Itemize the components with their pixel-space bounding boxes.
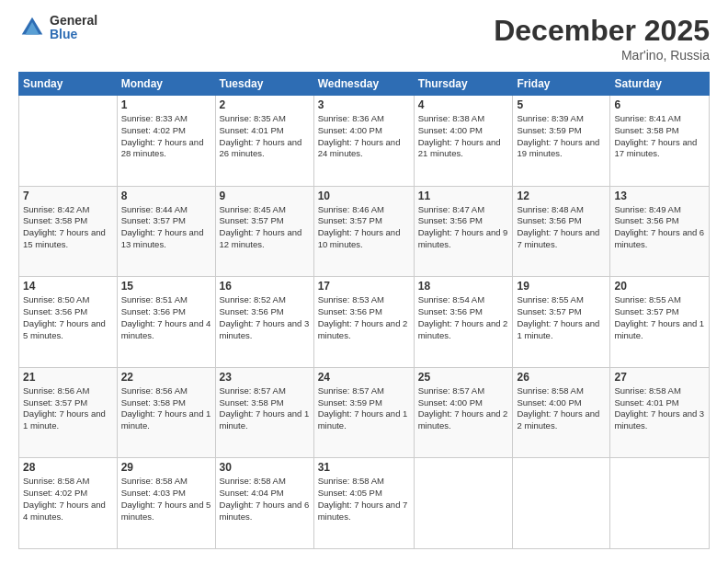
day-info: Sunrise: 8:56 AMSunset: 3:57 PMDaylight:… [23,385,106,431]
day-number: 19 [517,280,606,293]
day-number: 6 [614,98,705,111]
day-info: Sunrise: 8:51 AMSunset: 3:56 PMDaylight:… [121,294,211,339]
day-number: 12 [517,190,606,202]
day-info: Sunrise: 8:45 AMSunset: 3:57 PMDaylight:… [220,204,302,249]
day-number: 21 [23,371,113,384]
day-info: Sunrise: 8:58 AMSunset: 4:00 PMDaylight:… [517,385,599,431]
day-number: 15 [121,280,211,293]
day-info: Sunrise: 8:41 AMSunset: 3:58 PMDaylight:… [614,113,697,158]
calendar-day-cell [414,458,513,549]
calendar-day-cell: 30 Sunrise: 8:58 AMSunset: 4:04 PMDaylig… [215,458,313,549]
calendar-day-cell: 18 Sunrise: 8:54 AMSunset: 3:56 PMDaylig… [414,277,513,368]
location: Mar'ino, Russia [494,48,710,63]
day-info: Sunrise: 8:39 AMSunset: 3:59 PMDaylight:… [517,113,599,158]
calendar-day-cell: 23 Sunrise: 8:57 AMSunset: 3:58 PMDaylig… [215,367,313,458]
calendar-day-cell: 3 Sunrise: 8:36 AMSunset: 4:00 PMDayligh… [313,96,414,187]
month-title: December 2025 [494,14,710,48]
calendar-day-cell: 2 Sunrise: 8:35 AMSunset: 4:01 PMDayligh… [215,96,313,187]
day-number: 31 [318,461,410,474]
calendar-day-cell [513,458,610,549]
day-info: Sunrise: 8:57 AMSunset: 4:00 PMDaylight:… [418,385,508,431]
calendar-day-cell: 16 Sunrise: 8:52 AMSunset: 3:56 PMDaylig… [215,277,313,368]
calendar-day-cell: 11 Sunrise: 8:47 AMSunset: 3:56 PMDaylig… [414,186,513,277]
day-number: 25 [418,371,509,384]
calendar-day-cell: 4 Sunrise: 8:38 AMSunset: 4:00 PMDayligh… [414,96,513,187]
day-number: 11 [418,190,509,202]
day-info: Sunrise: 8:57 AMSunset: 3:58 PMDaylight:… [220,385,310,431]
calendar-day-cell: 1 Sunrise: 8:33 AMSunset: 4:02 PMDayligh… [117,96,215,187]
calendar-day-cell: 13 Sunrise: 8:49 AMSunset: 3:56 PMDaylig… [610,186,710,277]
day-info: Sunrise: 8:38 AMSunset: 4:00 PMDaylight:… [418,113,501,158]
title-block: December 2025 Mar'ino, Russia [494,14,710,63]
day-info: Sunrise: 8:55 AMSunset: 3:57 PMDaylight:… [517,294,599,339]
day-number: 3 [318,98,410,111]
logo: General Blue [18,14,97,42]
logo-blue: Blue [50,28,97,41]
page: General Blue December 2025 Mar'ino, Russ… [0,0,728,563]
day-info: Sunrise: 8:36 AMSunset: 4:00 PMDaylight:… [318,113,401,158]
calendar-day-cell: 8 Sunrise: 8:44 AMSunset: 3:57 PMDayligh… [117,186,215,277]
calendar-day-cell: 21 Sunrise: 8:56 AMSunset: 3:57 PMDaylig… [19,367,118,458]
day-info: Sunrise: 8:46 AMSunset: 3:57 PMDaylight:… [318,204,401,249]
calendar-day-cell [19,96,118,187]
day-number: 2 [220,98,310,111]
calendar-table: Sunday Monday Tuesday Wednesday Thursday… [18,72,710,549]
calendar-header-row: Sunday Monday Tuesday Wednesday Thursday… [19,73,710,96]
day-number: 13 [614,190,705,202]
day-info: Sunrise: 8:58 AMSunset: 4:02 PMDaylight:… [23,476,106,521]
day-number: 17 [318,280,410,293]
calendar-day-cell: 20 Sunrise: 8:55 AMSunset: 3:57 PMDaylig… [610,277,710,368]
day-info: Sunrise: 8:47 AMSunset: 3:56 PMDaylight:… [418,204,508,249]
day-number: 10 [318,190,410,202]
logo-icon [18,14,46,41]
day-info: Sunrise: 8:57 AMSunset: 3:59 PMDaylight:… [318,385,408,431]
calendar-day-cell: 5 Sunrise: 8:39 AMSunset: 3:59 PMDayligh… [513,96,610,187]
calendar-day-cell: 7 Sunrise: 8:42 AMSunset: 3:58 PMDayligh… [19,186,118,277]
day-number: 4 [418,98,509,111]
day-number: 30 [220,461,310,474]
calendar-day-cell: 29 Sunrise: 8:58 AMSunset: 4:03 PMDaylig… [117,458,215,549]
logo-text: General Blue [50,14,97,42]
calendar-day-cell: 15 Sunrise: 8:51 AMSunset: 3:56 PMDaylig… [117,277,215,368]
day-info: Sunrise: 8:35 AMSunset: 4:01 PMDaylight:… [220,113,302,158]
col-saturday: Saturday [610,73,710,96]
logo-general: General [50,14,97,28]
day-number: 20 [614,280,705,293]
day-info: Sunrise: 8:58 AMSunset: 4:01 PMDaylight:… [614,385,704,431]
col-tuesday: Tuesday [215,73,313,96]
calendar-week-row: 14 Sunrise: 8:50 AMSunset: 3:56 PMDaylig… [19,277,710,368]
calendar-day-cell: 31 Sunrise: 8:58 AMSunset: 4:05 PMDaylig… [313,458,414,549]
day-info: Sunrise: 8:50 AMSunset: 3:56 PMDaylight:… [23,294,106,339]
day-info: Sunrise: 8:49 AMSunset: 3:56 PMDaylight:… [614,204,704,249]
calendar-day-cell: 12 Sunrise: 8:48 AMSunset: 3:56 PMDaylig… [513,186,610,277]
day-number: 22 [121,371,211,384]
day-number: 26 [517,371,606,384]
calendar-day-cell: 24 Sunrise: 8:57 AMSunset: 3:59 PMDaylig… [313,367,414,458]
day-info: Sunrise: 8:52 AMSunset: 3:56 PMDaylight:… [220,294,310,339]
day-info: Sunrise: 8:33 AMSunset: 4:02 PMDaylight:… [121,113,204,158]
day-number: 27 [614,371,705,384]
col-monday: Monday [117,73,215,96]
day-info: Sunrise: 8:58 AMSunset: 4:04 PMDaylight:… [220,476,310,521]
day-number: 5 [517,98,606,111]
calendar-week-row: 1 Sunrise: 8:33 AMSunset: 4:02 PMDayligh… [19,96,710,187]
day-number: 29 [121,461,211,474]
calendar-day-cell: 14 Sunrise: 8:50 AMSunset: 3:56 PMDaylig… [19,277,118,368]
day-info: Sunrise: 8:54 AMSunset: 3:56 PMDaylight:… [418,294,508,339]
col-wednesday: Wednesday [313,73,414,96]
day-number: 23 [220,371,310,384]
day-number: 28 [23,461,113,474]
col-thursday: Thursday [414,73,513,96]
col-friday: Friday [513,73,610,96]
day-number: 1 [121,98,211,111]
calendar-day-cell: 10 Sunrise: 8:46 AMSunset: 3:57 PMDaylig… [313,186,414,277]
day-number: 24 [318,371,410,384]
day-info: Sunrise: 8:53 AMSunset: 3:56 PMDaylight:… [318,294,408,339]
calendar-week-row: 7 Sunrise: 8:42 AMSunset: 3:58 PMDayligh… [19,186,710,277]
calendar-day-cell: 22 Sunrise: 8:56 AMSunset: 3:58 PMDaylig… [117,367,215,458]
calendar-week-row: 28 Sunrise: 8:58 AMSunset: 4:02 PMDaylig… [19,458,710,549]
day-info: Sunrise: 8:58 AMSunset: 4:03 PMDaylight:… [121,476,211,521]
header: General Blue December 2025 Mar'ino, Russ… [18,14,710,63]
day-number: 16 [220,280,310,293]
day-info: Sunrise: 8:42 AMSunset: 3:58 PMDaylight:… [23,204,106,249]
